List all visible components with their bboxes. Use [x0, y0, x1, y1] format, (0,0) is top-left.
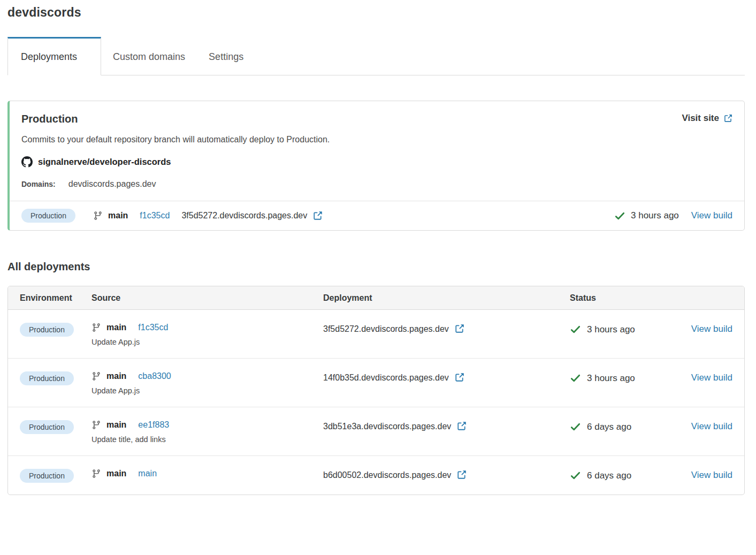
branch-name: main	[106, 371, 126, 381]
table-row: Production main main b6d00502.devdiscord…	[8, 456, 744, 495]
git-branch-icon	[91, 469, 101, 478]
page: devdiscords Deployments Custom domains S…	[0, 0, 756, 495]
commit-link[interactable]: ee1f883	[138, 420, 169, 430]
domains-row: Domains: devdiscords.pages.dev	[21, 179, 732, 189]
view-build-link[interactable]: View build	[691, 372, 732, 383]
table-row: Production main f1c35cd Update App.js 3f…	[8, 310, 744, 359]
check-icon	[614, 210, 625, 222]
column-source: Source	[91, 293, 323, 303]
production-description: Commits to your default repository branc…	[21, 135, 732, 145]
environment-badge: Production	[21, 209, 75, 223]
environment-badge: Production	[20, 420, 74, 434]
environment-badge: Production	[20, 371, 74, 385]
git-branch-icon	[91, 420, 101, 430]
column-status: Status	[570, 293, 687, 303]
visit-site-label: Visit site	[682, 113, 719, 124]
branch-name: main	[108, 211, 128, 221]
all-deployments-title: All deployments	[7, 261, 745, 273]
visit-site-link[interactable]: Visit site	[682, 113, 732, 124]
production-deployment-row: Production main f1c35cd 3f5d5272.devdisc…	[10, 201, 744, 230]
repo-name: signalnerve/developer-discords	[38, 157, 171, 167]
check-icon	[570, 470, 581, 481]
git-branch-icon	[91, 371, 101, 381]
repo-row: signalnerve/developer-discords	[21, 156, 732, 168]
check-icon	[570, 324, 581, 335]
external-link-icon[interactable]	[454, 372, 464, 383]
environment-badge: Production	[20, 469, 74, 483]
status-time: 3 hours ago	[631, 210, 679, 221]
status-time: 6 days ago	[587, 422, 631, 432]
check-icon	[570, 372, 581, 384]
table-row: Production main ee1f883 Update title, ad…	[8, 407, 744, 456]
domains-label: Domains:	[21, 180, 56, 188]
branch-name: main	[106, 469, 126, 478]
production-card: Production Visit site Commits to your de…	[7, 101, 745, 231]
domains-value: devdiscords.pages.dev	[68, 179, 156, 189]
git-branch-icon	[93, 211, 103, 221]
page-title: devdiscords	[7, 5, 745, 20]
deployment-url: 3f5d5272.devdiscords.pages.dev	[323, 324, 449, 334]
view-build-link[interactable]: View build	[691, 324, 732, 334]
external-link-icon[interactable]	[456, 470, 467, 480]
branch-name: main	[106, 420, 126, 430]
commit-link[interactable]: f1c35cd	[138, 323, 168, 332]
commit-message: Update App.js	[91, 338, 323, 346]
production-title: Production	[21, 113, 78, 125]
github-icon	[21, 156, 33, 168]
external-link-icon[interactable]	[454, 324, 464, 334]
view-build-link[interactable]: View build	[691, 210, 732, 221]
check-icon	[570, 421, 581, 432]
table-row: Production main cba8300 Update App.js 14…	[8, 359, 744, 407]
commit-link[interactable]: main	[138, 469, 157, 478]
tab-bar: Deployments Custom domains Settings	[7, 37, 745, 75]
view-build-link[interactable]: View build	[691, 421, 732, 431]
branch-name: main	[106, 323, 126, 332]
external-link-icon[interactable]	[456, 421, 467, 431]
tab-custom-domains[interactable]: Custom domains	[101, 37, 197, 75]
deployment-url: 3db51e3a.devdiscords.pages.dev	[323, 422, 451, 431]
column-deployment: Deployment	[323, 293, 570, 303]
commit-message: Update App.js	[91, 386, 323, 395]
table-body: Production main f1c35cd Update App.js 3f…	[8, 310, 744, 495]
deployments-table: Environment Source Deployment Status Pro…	[7, 286, 745, 495]
git-branch-icon	[91, 323, 101, 332]
status-time: 3 hours ago	[587, 373, 635, 384]
column-environment: Environment	[20, 293, 91, 303]
environment-badge: Production	[20, 323, 74, 337]
commit-link[interactable]: f1c35cd	[140, 211, 170, 221]
table-header: Environment Source Deployment Status	[8, 286, 744, 310]
deployment-url: 14f0b35d.devdiscords.pages.dev	[323, 373, 449, 383]
status-time: 3 hours ago	[587, 324, 635, 335]
commit-link[interactable]: cba8300	[138, 371, 171, 381]
external-link-icon	[723, 114, 732, 123]
tab-settings[interactable]: Settings	[197, 37, 255, 75]
view-build-link[interactable]: View build	[691, 470, 732, 480]
tab-deployments[interactable]: Deployments	[7, 37, 101, 75]
commit-message: Update title, add links	[91, 435, 323, 444]
deployment-url: 3f5d5272.devdiscords.pages.dev	[181, 211, 307, 221]
external-link-icon[interactable]	[312, 211, 323, 221]
status-time: 6 days ago	[587, 470, 631, 481]
deployment-url: b6d00502.devdiscords.pages.dev	[323, 470, 451, 480]
